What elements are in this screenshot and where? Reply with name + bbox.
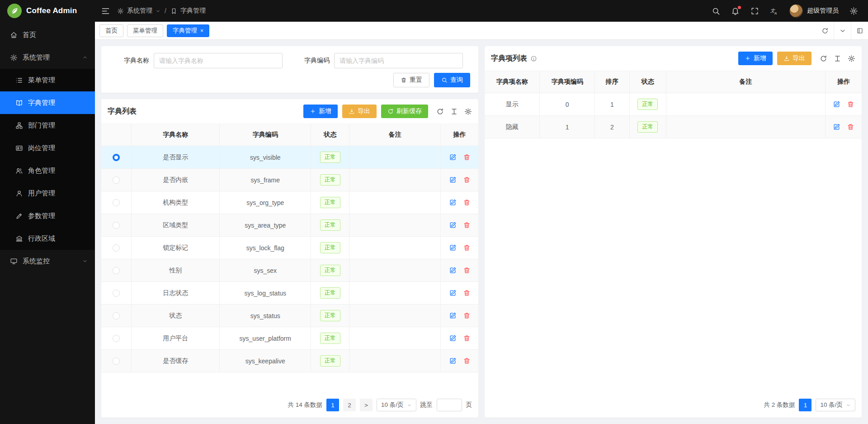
refresh-page-button[interactable] bbox=[816, 22, 834, 39]
edit-button[interactable] bbox=[449, 199, 457, 206]
edit-button[interactable] bbox=[449, 153, 457, 161]
search-icon[interactable] bbox=[712, 7, 720, 15]
tab-home[interactable]: 首页 bbox=[99, 24, 123, 37]
sidebar-item-admin-region[interactable]: 行政区域 bbox=[0, 227, 95, 250]
translate-icon[interactable]: 文A bbox=[770, 7, 778, 15]
table-row[interactable]: 是否缓存sys_keepalive正常 bbox=[101, 350, 478, 372]
edit-button[interactable] bbox=[449, 357, 457, 365]
edit-button[interactable] bbox=[449, 334, 457, 342]
delete-button[interactable] bbox=[463, 267, 471, 274]
edit-button[interactable] bbox=[833, 123, 840, 131]
edit-button[interactable] bbox=[449, 244, 457, 252]
row-radio[interactable] bbox=[113, 199, 120, 206]
list-icon bbox=[15, 76, 23, 84]
density-icon[interactable] bbox=[834, 55, 841, 62]
delete-button[interactable] bbox=[463, 199, 471, 206]
notification-bell[interactable] bbox=[731, 7, 740, 15]
table-row[interactable]: 显示01正常 bbox=[485, 93, 862, 116]
page-button-2[interactable]: 2 bbox=[343, 399, 356, 411]
edit-button[interactable] bbox=[449, 289, 457, 297]
row-radio[interactable] bbox=[113, 176, 120, 184]
tab-menu-management[interactable]: 菜单管理 bbox=[127, 24, 163, 37]
tab-label: 菜单管理 bbox=[133, 27, 157, 35]
page-button-1[interactable]: 1 bbox=[326, 399, 339, 411]
status-tag: 正常 bbox=[320, 219, 340, 231]
dict-name-input[interactable] bbox=[154, 53, 283, 68]
table-row[interactable]: 锁定标记sys_lock_flag正常 bbox=[101, 237, 478, 259]
edit-button[interactable] bbox=[449, 312, 457, 319]
jump-page-input[interactable] bbox=[437, 399, 462, 411]
delete-button[interactable] bbox=[463, 289, 471, 297]
sidebar-item-system-management[interactable]: 系统管理 bbox=[0, 46, 95, 69]
export-dict-button[interactable]: 导出 bbox=[342, 105, 377, 118]
table-row[interactable]: 区域类型sys_area_type正常 bbox=[101, 214, 478, 237]
refresh-table-icon[interactable] bbox=[820, 55, 827, 62]
sidebar-item-dept-management[interactable]: 部门管理 bbox=[0, 114, 95, 137]
row-radio[interactable] bbox=[113, 335, 120, 342]
row-radio[interactable] bbox=[113, 244, 120, 252]
row-radio[interactable] bbox=[113, 357, 120, 365]
page-button-1[interactable]: 1 bbox=[799, 399, 811, 411]
table-row[interactable]: 机构类型sys_org_type正常 bbox=[101, 191, 478, 214]
reset-button[interactable]: 重置 bbox=[393, 73, 429, 87]
table-row[interactable]: 性别sys_sex正常 bbox=[101, 259, 478, 282]
sidebar-item-post-management[interactable]: 岗位管理 bbox=[0, 137, 95, 159]
row-radio[interactable] bbox=[113, 312, 120, 319]
close-icon[interactable]: × bbox=[200, 28, 203, 33]
sidebar-item-menu-management[interactable]: 菜单管理 bbox=[0, 69, 95, 91]
add-dict-button[interactable]: 新增 bbox=[303, 105, 338, 118]
dict-code-input[interactable] bbox=[334, 53, 463, 68]
settings-gear-icon[interactable] bbox=[849, 7, 858, 15]
add-item-button[interactable]: 新增 bbox=[738, 52, 773, 65]
table-row[interactable]: 日志状态sys_log_status正常 bbox=[101, 282, 478, 305]
delete-button[interactable] bbox=[847, 100, 854, 108]
export-item-button[interactable]: 导出 bbox=[777, 52, 811, 65]
delete-button[interactable] bbox=[463, 244, 471, 252]
content-expand-button[interactable] bbox=[851, 22, 868, 39]
page-size-select[interactable]: 10 条/页 bbox=[816, 399, 855, 411]
tabs-dropdown-button[interactable] bbox=[834, 22, 851, 39]
fullscreen-icon[interactable] bbox=[750, 7, 759, 15]
table-row[interactable]: 用户平台sys_user_platform正常 bbox=[101, 327, 478, 350]
delete-button[interactable] bbox=[463, 176, 471, 184]
row-radio[interactable] bbox=[113, 222, 120, 229]
tabbar-tools bbox=[816, 22, 868, 39]
tab-dict-management[interactable]: 字典管理× bbox=[167, 24, 209, 37]
edit-button[interactable] bbox=[449, 221, 457, 229]
table-row[interactable]: 隐藏12正常 bbox=[485, 116, 862, 138]
column-settings-icon[interactable] bbox=[848, 55, 855, 62]
table-row[interactable]: 状态sys_status正常 bbox=[101, 305, 478, 327]
download-icon bbox=[349, 108, 355, 114]
delete-button[interactable] bbox=[463, 221, 471, 229]
user-menu[interactable]: 超级管理员 bbox=[789, 4, 839, 18]
row-radio[interactable] bbox=[113, 154, 120, 161]
delete-button[interactable] bbox=[463, 357, 471, 365]
sidebar-item-role-management[interactable]: 角色管理 bbox=[0, 159, 95, 182]
sidebar-collapse-icon[interactable] bbox=[101, 7, 110, 15]
table-row[interactable]: 是否显示sys_visible正常 bbox=[101, 146, 478, 169]
delete-button[interactable] bbox=[463, 153, 471, 161]
refresh-table-icon[interactable] bbox=[436, 108, 444, 115]
edit-button[interactable] bbox=[833, 100, 840, 108]
sidebar-item-param-management[interactable]: 参数管理 bbox=[0, 205, 95, 227]
table-row[interactable]: 是否内嵌sys_frame正常 bbox=[101, 169, 478, 191]
delete-button[interactable] bbox=[463, 334, 471, 342]
row-radio[interactable] bbox=[113, 290, 120, 297]
query-button[interactable]: 查询 bbox=[434, 73, 470, 87]
column-settings-icon[interactable] bbox=[464, 108, 472, 115]
next-page-button[interactable]: > bbox=[360, 399, 373, 411]
row-radio[interactable] bbox=[113, 267, 120, 274]
sidebar-item-dict-management[interactable]: 字典管理 bbox=[0, 91, 95, 114]
edit-button[interactable] bbox=[449, 267, 457, 274]
refresh-cache-button[interactable]: 刷新缓存 bbox=[381, 105, 428, 118]
edit-button[interactable] bbox=[449, 176, 457, 184]
sidebar-item-label: 用户管理 bbox=[28, 189, 55, 198]
sidebar-item-system-monitor[interactable]: 系统监控 bbox=[0, 250, 95, 272]
page-size-select[interactable]: 10 条/页 bbox=[377, 399, 416, 411]
sidebar-item-user-management[interactable]: 用户管理 bbox=[0, 182, 95, 205]
breadcrumb-level1[interactable]: 系统管理 bbox=[127, 7, 152, 15]
density-icon[interactable] bbox=[450, 108, 458, 115]
sidebar-item-home[interactable]: 首页 bbox=[0, 24, 95, 46]
delete-button[interactable] bbox=[847, 123, 854, 131]
delete-button[interactable] bbox=[463, 312, 471, 319]
